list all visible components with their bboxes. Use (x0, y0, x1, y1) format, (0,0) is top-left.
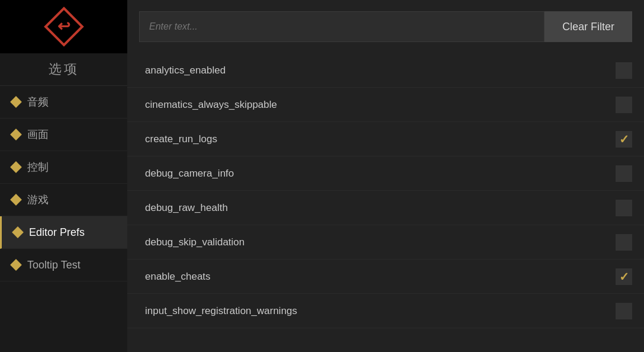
sidebar-item-label: Editor Prefs (29, 226, 85, 239)
list-item-label: create_run_logs (145, 133, 217, 145)
checkbox[interactable] (616, 62, 632, 79)
list-item-label: cinematics_always_skippable (145, 99, 277, 111)
diamond-icon (10, 194, 22, 206)
list-item[interactable]: debug_skip_validation (127, 225, 644, 260)
sidebar-item-label: 游戏 (27, 193, 49, 207)
list-item-label: enable_cheats (145, 271, 211, 283)
settings-list: analytics_enabledcinematics_always_skipp… (127, 53, 644, 352)
diamond-icon (10, 259, 22, 271)
sidebar-item-label: 画面 (27, 127, 49, 142)
checkbox[interactable] (616, 268, 632, 285)
checkbox[interactable] (616, 234, 632, 251)
sidebar-item-tooltip-test[interactable]: Tooltip Test (0, 249, 127, 281)
main-content: Clear Filter analytics_enabledcinematics… (127, 0, 644, 352)
logo-area: ↩ (0, 0, 127, 53)
list-item-label: input_show_registration_warnings (145, 305, 297, 317)
checkbox[interactable] (616, 131, 632, 148)
list-item[interactable]: cinematics_always_skippable (127, 88, 644, 122)
diamond-icon (10, 96, 22, 108)
list-item[interactable]: input_show_registration_warnings (127, 294, 644, 328)
sidebar-item-controls[interactable]: 控制 (0, 151, 127, 184)
list-item[interactable]: enable_cheats (127, 260, 644, 294)
list-item-label: analytics_enabled (145, 65, 226, 76)
list-item-label: debug_camera_info (145, 168, 234, 180)
sidebar-item-editor-prefs[interactable]: Editor Prefs (0, 216, 127, 249)
list-item[interactable]: create_run_logs (127, 122, 644, 156)
top-bar: Clear Filter (127, 0, 644, 53)
sidebar-item-display[interactable]: 画面 (0, 119, 127, 151)
list-item-label: debug_skip_validation (145, 236, 244, 248)
checkbox[interactable] (616, 303, 632, 319)
nav-items: 音频画面控制游戏Editor PrefsTooltip Test (0, 86, 127, 352)
section-label: 选项 (0, 53, 127, 86)
checkbox[interactable] (616, 200, 632, 216)
sidebar-item-label: 音频 (27, 95, 49, 109)
list-item[interactable]: debug_camera_info (127, 156, 644, 191)
sidebar-item-audio[interactable]: 音频 (0, 86, 127, 119)
sidebar-item-game[interactable]: 游戏 (0, 184, 127, 216)
clear-filter-button[interactable]: Clear Filter (545, 11, 632, 42)
app-logo-icon: ↩ (43, 6, 85, 47)
search-input[interactable] (139, 11, 545, 42)
sidebar-item-label: 控制 (27, 160, 49, 174)
sidebar: ↩ 选项 音频画面控制游戏Editor PrefsTooltip Test (0, 0, 127, 352)
list-item[interactable]: debug_raw_health (127, 191, 644, 225)
list-item[interactable]: analytics_enabled (127, 53, 644, 88)
diamond-icon (10, 129, 22, 140)
checkbox[interactable] (616, 97, 632, 113)
diamond-icon (10, 161, 22, 173)
diamond-icon (12, 226, 24, 238)
checkbox[interactable] (616, 165, 632, 182)
svg-text:↩: ↩ (57, 17, 70, 35)
list-item-label: debug_raw_health (145, 202, 228, 214)
sidebar-item-label: Tooltip Test (27, 259, 80, 271)
